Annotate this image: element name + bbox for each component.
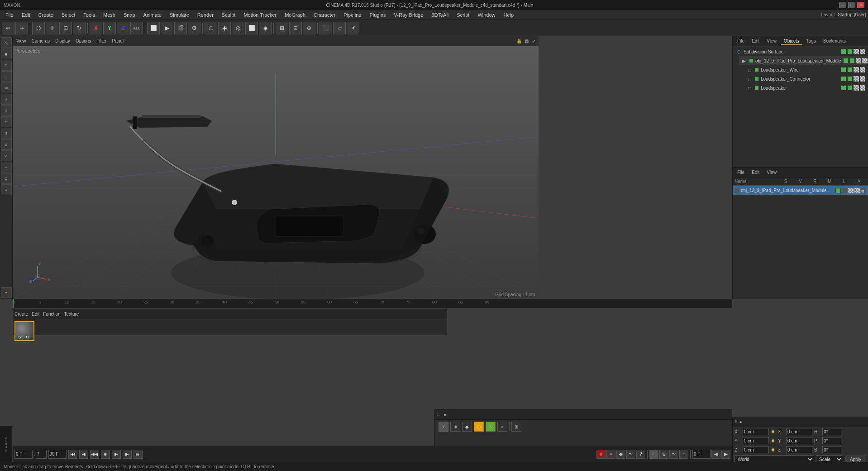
tool-knife[interactable]: ∧ [1,94,12,105]
info-btn[interactable]: ? [636,450,645,459]
mat-menu-edit[interactable]: Edit [32,312,39,317]
obj-loudspeaker-connector[interactable]: ◻ Loudspeaker_Connector [744,74,867,83]
menu-render[interactable]: Render [194,11,217,19]
vis2-green[interactable] [843,58,849,63]
vis3-green2[interactable] [847,67,853,72]
layout-value[interactable]: Startup (User) [838,12,866,17]
vp-icon-expand[interactable]: ⤢ [530,38,537,44]
display-smooth-btn[interactable]: ◉ [218,22,231,34]
vis4-green[interactable] [841,76,846,82]
menu-sculpt[interactable]: Sculpt [218,11,239,19]
minimize-btn[interactable]: ─ [839,2,846,8]
tr-z-lock[interactable]: 🔒 [770,447,776,453]
key-btn[interactable]: ◆ [616,450,625,459]
timeline-tool4[interactable]: ⊡ [474,422,484,432]
menu-window[interactable]: Window [474,11,499,19]
tool-spline[interactable]: 〜 [1,116,12,127]
mat-menu-create[interactable]: Create [14,312,28,317]
menu-create[interactable]: Create [35,11,57,19]
vis3-green[interactable] [841,67,846,72]
obj-loudspeaker[interactable]: ◻ Loudspeaker [744,83,867,92]
tool-sculpt1[interactable]: ⊙ [1,173,12,184]
goto-end-btn[interactable]: ⏭ [134,450,143,459]
workspace-btn[interactable]: ⬛ [320,22,332,34]
axis-y-btn[interactable]: Y [103,22,116,34]
render-view-btn[interactable]: ▶ [161,22,173,34]
tool-edge[interactable]: ◻ [1,60,12,71]
attr-tab-edit[interactable]: Edit [749,169,762,176]
scale-btn[interactable]: ⊡ [59,22,72,34]
vp-menu-display[interactable]: Display [53,38,72,43]
menu-help[interactable]: Help [500,11,518,19]
total-frames-input[interactable] [36,450,47,459]
checker-btn5[interactable] [854,67,859,72]
om-tab-objects[interactable]: Objects [781,38,802,45]
tool-extrude[interactable]: ⬆ [1,105,12,116]
close-btn[interactable]: ✕ [857,2,864,8]
timeline-tool3[interactable]: ◆ [462,422,472,432]
viewport-canvas[interactable]: Y X Z Grid Spacing : 1 cm [13,46,539,299]
timeline-tool1[interactable]: + [439,422,448,432]
tool-sculpt2[interactable]: ≡ [1,184,12,195]
goto-start-btn[interactable]: ⏮ [68,450,77,459]
om-tab-view[interactable]: View [764,38,779,44]
menu-3dtoall[interactable]: 3DToAll [428,11,452,19]
tool-poly[interactable]: ◼ [1,48,12,59]
menu-tools[interactable]: Tools [80,11,99,19]
menu-motion-tracker[interactable]: Motion Tracker [240,11,280,19]
light-btn[interactable]: ☀ [347,22,359,34]
display-quick-btn[interactable]: ◆ [259,22,272,34]
tr-b-val[interactable] [822,446,841,453]
floor-btn[interactable]: ▱ [333,22,346,34]
om-tab-edit[interactable]: Edit [749,38,762,44]
vp-icon-render[interactable]: ▦ [523,38,529,44]
vis2-green2[interactable] [849,58,855,63]
tr-z-size[interactable] [786,446,812,453]
vis-dot-green2[interactable] [847,49,853,54]
tool-cursor[interactable]: ↖ [1,37,12,48]
stop-btn[interactable]: ■ [101,450,110,459]
tool-smooth[interactable]: ≋ [1,150,12,161]
fps-nav-left[interactable]: ◀ [711,450,720,459]
timeline-tool2[interactable]: ⊕ [450,422,460,432]
display-flat-btn[interactable]: ⬡ [205,22,217,34]
play-btn[interactable]: ▶ [112,450,121,459]
attr-selected-obj-row[interactable]: obj_12_9_iPad_Pro_Loudspeaker_Module ≡ [733,186,868,196]
attr-checker2[interactable] [854,188,860,193]
obj-subdivision-surface[interactable]: ⬡ Subdivision Surface [734,47,867,56]
menu-vray[interactable]: V-Ray Bridge [391,11,427,19]
motion-path-btn[interactable]: 〜 [626,450,635,459]
rotate-btn[interactable]: ↻ [73,22,86,34]
attr-tab-view[interactable]: View [764,169,779,176]
om-tab-bookmarks[interactable]: Bookmarks [820,38,849,44]
checker-btn7[interactable] [854,76,859,82]
attr-tab-file[interactable]: File [734,169,747,176]
checker-btn10[interactable] [860,85,865,91]
snap2-btn[interactable]: ⊟ [289,22,302,34]
timeline-tool6[interactable]: ≡ [497,422,507,432]
live-select-btn[interactable]: ⬡ [32,22,45,34]
menu-snap[interactable]: Snap [120,11,139,19]
redo-btn[interactable]: ↪ [15,22,28,34]
checker-btn3[interactable] [856,58,861,63]
tool-magnet[interactable]: ⊕ [1,139,12,150]
attr-dot1[interactable] [835,188,841,193]
maximize-btn[interactable]: □ [848,2,855,8]
display-wire-btn[interactable]: ◎ [232,22,244,34]
play-reverse-btn[interactable]: ◀◀ [90,450,99,459]
fps-input[interactable] [692,450,711,459]
obj-loudspeaker-wire[interactable]: ◻ Loudspeaker_Wire [744,65,867,74]
key-mode-btn[interactable]: ⊕ [659,450,668,459]
menu-character[interactable]: Character [310,11,339,19]
tool-point[interactable]: • [1,71,12,82]
checker-btn9[interactable] [854,85,859,91]
menu-animate[interactable]: Animate [140,11,165,19]
axis-all-btn[interactable]: ALL [130,22,143,34]
end-frame-input[interactable] [48,450,67,459]
fps-nav-right[interactable]: ▶ [721,450,730,459]
menu-edit[interactable]: Edit [18,11,34,19]
add-key-btn[interactable]: + [649,450,658,459]
attr-btn-extra[interactable]: ≡ [861,188,866,193]
axis-z-btn[interactable]: Z [117,22,129,34]
tr-x-pos[interactable] [743,428,769,435]
